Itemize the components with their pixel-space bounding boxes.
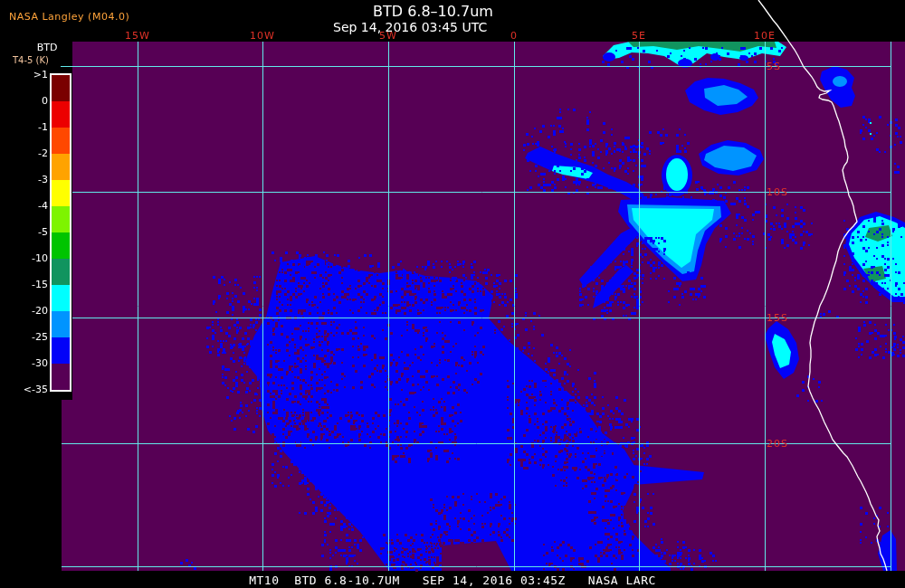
longitude-label: 5W [368,30,408,42]
legend-tick-label: -3 [0,174,48,185]
longitude-label: 5E [619,30,659,42]
latitude-label: 20S [767,438,788,450]
legend-color-box [52,154,70,180]
legend-tick-label: -1 [0,121,48,133]
legend-tick-label: >1 [0,69,48,81]
longitude-label: 0 [494,30,534,42]
longitude-label: 15W [118,30,157,42]
btd-satellite-product: NASA Langley (M04.0) BTD 6.8–10.7um Sep … [0,0,905,588]
legend-color-box [52,311,70,337]
latitude-label: 15S [767,312,788,324]
legend-color-box [52,285,70,311]
legend-color-box [52,259,70,285]
legend-colorbar [50,73,71,392]
longitude-label: 10W [243,30,282,42]
page-title: BTD 6.8–10.7um [373,3,493,20]
legend-tick-label: -2 [0,147,48,159]
legend-tick-label: -4 [0,200,48,212]
legend-tick-label: -25 [0,331,48,343]
legend-color-box [52,180,70,206]
legend-color-box [52,206,70,232]
latitude-label: 10S [767,186,788,198]
timestamp-subtitle: Sep 14, 2016 03:45 UTC [333,20,487,34]
legend-color-box [52,337,70,364]
legend-tick-label: -5 [0,226,48,238]
legend-units: T4-5 (K) [13,55,49,65]
legend-color-box [52,128,70,154]
legend-tick-label: -15 [0,279,48,290]
legend-tick-label: -30 [0,357,48,369]
legend-tick-label: 0 [0,95,48,107]
legend-color-box [52,101,70,128]
latitude-label: 5S [767,61,781,72]
map-canvas [0,0,905,588]
legend-color-box [52,232,70,259]
legend-tick-label: -10 [0,252,48,264]
legend-tick-label: <-35 [0,384,48,395]
legend-color-box [52,75,70,101]
legend-heading: BTD [27,42,67,53]
legend-tick-label: -20 [0,305,48,317]
brand-label: NASA Langley (M04.0) [9,11,129,23]
footer-caption: MT10 BTD 6.8-10.7UM SEP 14, 2016 03:45Z … [0,574,905,587]
longitude-label: 10E [745,30,785,42]
legend-color-box [52,364,70,390]
